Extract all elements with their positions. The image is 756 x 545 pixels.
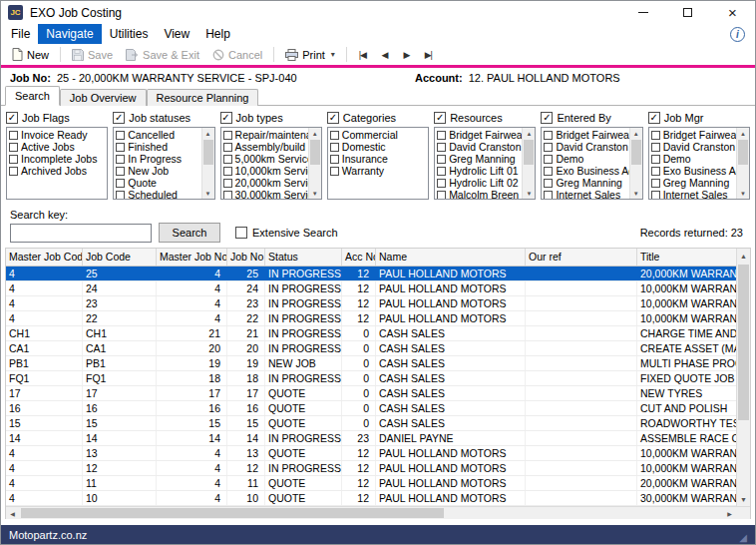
table-row[interactable]: CA1CA12020IN PROGRESS0CASH SALESCREATE A… bbox=[6, 341, 736, 356]
column-header-name[interactable]: Name bbox=[376, 249, 526, 266]
column-header-status[interactable]: Status bbox=[265, 249, 342, 266]
info-button[interactable]: i bbox=[730, 27, 745, 42]
table-row[interactable]: 423423IN PROGRESS12PAUL HOLLAND MOTORS10… bbox=[6, 296, 736, 311]
scroll-thumb[interactable] bbox=[738, 265, 749, 420]
filter-option[interactable]: Quote bbox=[114, 177, 200, 189]
filter-option-checkbox[interactable] bbox=[223, 191, 232, 200]
scroll-thumb[interactable] bbox=[738, 140, 748, 165]
scroll-down-icon[interactable]: ▼ bbox=[737, 492, 750, 506]
filter-header-job-flags[interactable]: Job Flags bbox=[6, 110, 108, 126]
filter-checkbox-resources[interactable] bbox=[434, 112, 446, 124]
table-row[interactable]: 17171717QUOTE0CASH SALESNEW TYRES bbox=[6, 386, 736, 401]
table-row[interactable]: 425425IN PROGRESS12PAUL HOLLAND MOTORS20… bbox=[6, 267, 736, 281]
close-button[interactable]: × bbox=[710, 1, 755, 24]
filter-checkbox-categories[interactable] bbox=[327, 112, 339, 124]
table-row[interactable]: 15151515QUOTE0CASH SALESROADWORTHY TEST bbox=[6, 416, 736, 431]
scroll-right-icon[interactable]: ▶ bbox=[723, 507, 736, 519]
filter-option[interactable]: Internet Sales bbox=[542, 189, 628, 200]
table-row[interactable]: 412412IN PROGRESS12PAUL HOLLAND MOTORS10… bbox=[6, 461, 736, 476]
filter-option[interactable]: Bridget Fairweather bbox=[435, 129, 522, 141]
filter-option-checkbox[interactable] bbox=[330, 143, 339, 152]
nav-last-button[interactable]: ▶| bbox=[418, 48, 439, 62]
scroll-left-icon[interactable]: ◀ bbox=[6, 507, 19, 519]
scroll-up-icon[interactable]: ▲ bbox=[737, 249, 750, 263]
scrollbar-vertical[interactable]: ▲▼ bbox=[736, 128, 749, 199]
minimize-button[interactable] bbox=[620, 1, 665, 24]
save-button[interactable]: Save bbox=[66, 47, 119, 63]
filter-option[interactable]: 30,000km Service bbox=[221, 189, 308, 200]
save-exit-button[interactable]: Save & Exit bbox=[120, 47, 205, 63]
column-header-job-no[interactable]: Job No bbox=[227, 249, 265, 266]
filter-option[interactable]: Commercial bbox=[328, 129, 428, 141]
search-button[interactable]: Search bbox=[159, 223, 220, 243]
filter-option[interactable]: New Job bbox=[114, 165, 200, 177]
filter-option-checkbox[interactable] bbox=[223, 155, 232, 164]
scroll-track[interactable] bbox=[630, 139, 642, 188]
scroll-thumb[interactable] bbox=[203, 140, 213, 165]
filter-option[interactable]: Cancelled bbox=[114, 129, 200, 141]
filter-option-checkbox[interactable] bbox=[116, 191, 125, 200]
nav-next-button[interactable]: ▶ bbox=[396, 48, 417, 62]
menu-item-utilities[interactable]: Utilities bbox=[102, 24, 157, 44]
filter-option-checkbox[interactable] bbox=[116, 143, 125, 152]
scroll-track[interactable] bbox=[523, 139, 535, 188]
table-row[interactable]: PB1PB11919NEW JOB0CASH SALESMULTI PHASE … bbox=[6, 356, 736, 371]
extensive-search-option[interactable]: Extensive Search bbox=[235, 227, 338, 239]
filter-option[interactable]: Greg Manning bbox=[435, 153, 522, 165]
filter-option[interactable]: Greg Manning bbox=[542, 177, 628, 189]
search-input[interactable] bbox=[10, 224, 152, 243]
scroll-down-icon[interactable]: ▼ bbox=[630, 188, 642, 199]
filter-option-checkbox[interactable] bbox=[544, 179, 553, 188]
filter-option-checkbox[interactable] bbox=[437, 155, 446, 164]
scroll-up-icon[interactable]: ▲ bbox=[523, 128, 535, 139]
filter-option[interactable]: Active Jobs bbox=[7, 141, 107, 153]
filter-option-checkbox[interactable] bbox=[437, 191, 446, 200]
filter-option-checkbox[interactable] bbox=[544, 131, 553, 140]
filter-option-checkbox[interactable] bbox=[223, 179, 232, 188]
column-header-job-code[interactable]: Job Code bbox=[83, 249, 157, 266]
filter-checkbox-entered-by[interactable] bbox=[541, 112, 553, 124]
filter-option-checkbox[interactable] bbox=[330, 131, 339, 140]
filter-option-checkbox[interactable] bbox=[223, 131, 232, 140]
filter-option[interactable]: Domestic bbox=[328, 141, 428, 153]
scroll-up-icon[interactable]: ▲ bbox=[202, 128, 214, 139]
filter-option-checkbox[interactable] bbox=[223, 143, 232, 152]
filter-option-checkbox[interactable] bbox=[437, 179, 446, 188]
filter-option-checkbox[interactable] bbox=[651, 143, 660, 152]
filter-option[interactable]: Exo Business Admin bbox=[542, 165, 628, 177]
filter-header-job-statuses[interactable]: Job statuses bbox=[113, 110, 214, 126]
new-button[interactable]: New bbox=[6, 46, 55, 63]
filter-option[interactable]: Warranty bbox=[328, 165, 428, 177]
filter-option[interactable]: In Progress bbox=[114, 153, 200, 165]
scroll-track[interactable] bbox=[737, 139, 749, 188]
scroll-up-icon[interactable]: ▲ bbox=[309, 128, 321, 139]
filter-option-checkbox[interactable] bbox=[651, 131, 660, 140]
scroll-down-icon[interactable]: ▼ bbox=[737, 188, 749, 199]
scroll-down-icon[interactable]: ▼ bbox=[523, 188, 535, 199]
grid-horizontal-scrollbar[interactable]: ◀ ▶ bbox=[6, 507, 736, 519]
filter-option[interactable]: Hydrolic Lift 01 bbox=[435, 165, 522, 177]
filter-checkbox-job-mgr[interactable] bbox=[648, 112, 660, 124]
filter-option[interactable]: 5,000km Service bbox=[221, 153, 308, 165]
filter-option-checkbox[interactable] bbox=[651, 155, 660, 164]
filter-option[interactable]: Demo bbox=[649, 153, 736, 165]
scroll-track[interactable] bbox=[737, 263, 750, 492]
table-row[interactable]: 422422IN PROGRESS12PAUL HOLLAND MOTORS10… bbox=[6, 311, 736, 326]
filter-option-checkbox[interactable] bbox=[544, 155, 553, 164]
scroll-track[interactable] bbox=[309, 139, 321, 188]
maximize-button[interactable] bbox=[665, 1, 710, 24]
table-row[interactable]: FQ1FQ11818IN PROGRESS0CASH SALESFIXED QU… bbox=[6, 371, 736, 386]
filter-checkbox-job-flags[interactable] bbox=[6, 112, 18, 124]
resize-grip-icon[interactable]: ◢ bbox=[739, 533, 747, 544]
filter-option[interactable]: David Cranston bbox=[435, 141, 522, 153]
filter-option[interactable]: Insurance bbox=[328, 153, 428, 165]
table-row[interactable]: 411411QUOTE12PAUL HOLLAND MOTORS20,000KM… bbox=[6, 476, 736, 491]
cancel-button[interactable]: Cancel bbox=[206, 47, 268, 63]
filter-option-checkbox[interactable] bbox=[116, 155, 125, 164]
filter-option-checkbox[interactable] bbox=[116, 167, 125, 176]
print-dropdown-icon[interactable]: ▾ bbox=[331, 50, 335, 59]
print-button[interactable]: Print ▾ bbox=[279, 47, 341, 63]
scroll-down-icon[interactable]: ▼ bbox=[202, 188, 214, 199]
filter-option-checkbox[interactable] bbox=[651, 179, 660, 188]
filter-option-checkbox[interactable] bbox=[330, 167, 339, 176]
